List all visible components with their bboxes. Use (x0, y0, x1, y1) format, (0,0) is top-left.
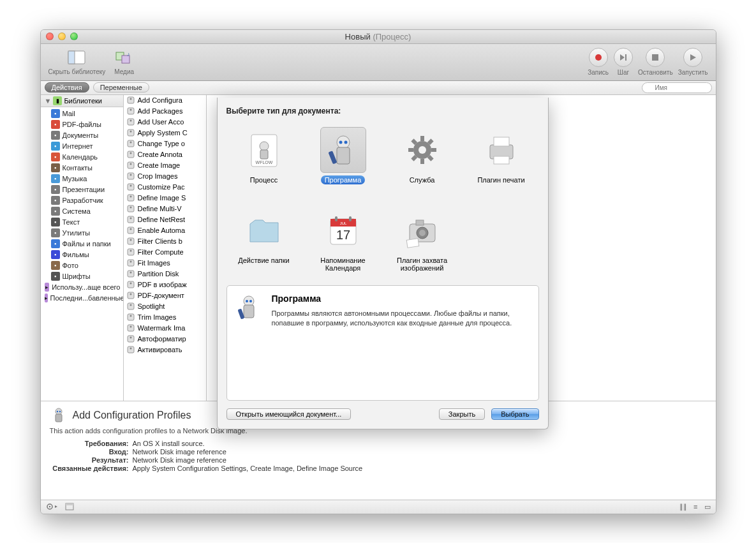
library-smart-item[interactable]: ▸Использу...аще всего (41, 282, 123, 293)
run-button[interactable]: Запустить (678, 48, 708, 76)
record-button[interactable]: Запись (588, 48, 609, 76)
svg-point-77 (419, 146, 426, 154)
modal-description-box: Программа Программы являются автономными… (226, 285, 539, 401)
action-item[interactable]: Watermark Ima (124, 323, 206, 334)
library-item[interactable]: ▪Презентации (41, 184, 123, 195)
modal-buttons: Открыть имеющийся документ... Закрыть Вы… (226, 408, 539, 420)
svg-point-39 (130, 250, 131, 252)
action-item[interactable]: Define NetRest (124, 214, 206, 225)
step-button[interactable]: Шаг (614, 48, 633, 76)
action-item[interactable]: Add Configura (124, 95, 206, 106)
toolbar-label: Запись (588, 69, 609, 76)
svg-point-49 (130, 304, 131, 306)
category-icon: ▪ (51, 239, 60, 248)
action-label: Define Multi-V (138, 205, 182, 212)
type-card-app[interactable]: Программа (306, 122, 381, 198)
svg-rect-8 (652, 54, 658, 61)
actions-column[interactable]: Add ConfiguraAdd PackagesAdd User AccoAp… (124, 95, 207, 401)
library-item[interactable]: ▪Утилиты (41, 228, 123, 239)
library-item[interactable]: ▪Интернет (41, 141, 123, 152)
close-button[interactable]: Закрыть (439, 408, 485, 420)
library-item[interactable]: ▪Шрифты (41, 271, 123, 282)
library-smart-item[interactable]: ▸Последни...бавленные (41, 293, 123, 304)
segment-actions[interactable]: Действия (45, 82, 89, 93)
svg-point-43 (130, 272, 131, 274)
action-label: Spotlight (138, 302, 165, 310)
action-item[interactable]: Define Image S (124, 193, 206, 204)
action-item[interactable]: Spotlight (124, 301, 206, 312)
action-item[interactable]: Fit Images (124, 258, 206, 269)
action-item[interactable]: Автоформатир (124, 334, 206, 345)
svg-marker-9 (690, 54, 696, 61)
library-item[interactable]: ▪Текст (41, 217, 123, 228)
type-card-calendar[interactable]: JUL17Напоминание Календаря (306, 202, 381, 279)
type-card-wflow[interactable]: WFLOWПроцесс (226, 122, 302, 198)
segment-variables[interactable]: Переменные (93, 82, 149, 93)
type-card-label: Действие папки (234, 256, 293, 265)
action-label: Partition Disk (138, 270, 179, 278)
open-existing-button[interactable]: Открыть имеющийся документ... (226, 408, 352, 420)
action-item[interactable]: Enable Automa (124, 225, 206, 236)
category-icon: ▪ (51, 228, 60, 237)
library-item[interactable]: ▪PDF-файлы (41, 119, 123, 130)
category-icon: ▪ (51, 272, 60, 281)
action-icon (126, 161, 135, 170)
category-icon: ▪ (51, 174, 60, 183)
choose-button[interactable]: Выбрать (491, 408, 538, 420)
library-item[interactable]: ▪Фото (41, 260, 123, 271)
toolbar-right: Запись Шаг Остановить Запустить (588, 48, 708, 76)
library-item[interactable]: ▪Разработчик (41, 195, 123, 206)
type-card-folder[interactable]: Действие папки (226, 202, 302, 279)
library-item[interactable]: ▪Документы (41, 130, 123, 141)
action-item[interactable]: Customize Pac (124, 182, 206, 193)
action-item[interactable]: Filter Clients b (124, 236, 206, 247)
library-item[interactable]: ▪Система (41, 206, 123, 217)
library-item-label: Файлы и папки (63, 240, 111, 248)
library-item[interactable]: ▪Фильмы (41, 249, 123, 260)
action-item[interactable]: Partition Disk (124, 269, 206, 279)
type-card-printer[interactable]: Плагин печати (464, 122, 539, 198)
hide-library-button[interactable]: Скрыть библиотеку (48, 48, 106, 75)
library-header[interactable]: ▼ ▮ Библиотеки (41, 95, 123, 107)
action-item[interactable]: PDF-документ (124, 290, 206, 301)
action-item[interactable]: Add User Acco (124, 117, 206, 128)
search-input[interactable] (642, 82, 712, 93)
action-item[interactable]: Crop Images (124, 171, 206, 182)
action-item[interactable]: Trim Images (124, 312, 206, 323)
action-item[interactable]: PDF в изображ (124, 279, 206, 290)
library-column: ▼ ▮ Библиотеки ▪Mail▪PDF-файлы▪Документы… (41, 95, 124, 401)
action-label: Add Packages (138, 107, 183, 115)
library-item[interactable]: ▪Файлы и папки (41, 239, 123, 249)
action-item[interactable]: Define Multi-V (124, 204, 206, 214)
action-icon (126, 324, 135, 332)
view-columns-icon[interactable]: ▭ (704, 503, 711, 511)
type-card-label: Программа (321, 175, 366, 184)
modal-title: Выберите тип для документа: (226, 107, 539, 115)
library-item[interactable]: ▪Календарь (41, 152, 123, 163)
action-item[interactable]: Create Image (124, 160, 206, 171)
titlebar: Новый (Процесс) (41, 30, 716, 44)
library-item[interactable]: ▪Контакты (41, 163, 123, 174)
type-card-camera[interactable]: Плагин захвата изображений (385, 202, 460, 279)
view-list-icon[interactable]: ≡ (693, 503, 697, 510)
action-item[interactable]: Apply System C (124, 128, 206, 138)
media-button[interactable]: ♪ Медиа (114, 48, 134, 75)
action-item[interactable]: Активировать (124, 345, 206, 355)
gear-menu-icon[interactable] (46, 503, 59, 510)
info-req-val: An OS X install source. (133, 440, 707, 447)
action-item[interactable]: Add Packages (124, 106, 206, 117)
stop-button[interactable]: Остановить (638, 48, 673, 76)
execute-indicator-icon[interactable] (65, 503, 74, 510)
library-item[interactable]: ▪Музыка (41, 174, 123, 184)
action-item[interactable]: Create Annota (124, 149, 206, 160)
library-tree[interactable]: ▪Mail▪PDF-файлы▪Документы▪Интернет▪Кален… (41, 107, 123, 401)
library-item[interactable]: ▪Mail (41, 108, 123, 119)
type-card-gear[interactable]: Служба (385, 122, 460, 198)
svg-rect-72 (337, 147, 350, 164)
action-item[interactable]: Change Type o (124, 138, 206, 149)
action-item[interactable]: Filter Compute (124, 247, 206, 258)
svg-point-13 (130, 109, 131, 111)
action-label: Create Image (138, 161, 181, 169)
svg-point-25 (130, 174, 131, 176)
view-icons-icon[interactable]: ∥∥ (679, 503, 687, 511)
